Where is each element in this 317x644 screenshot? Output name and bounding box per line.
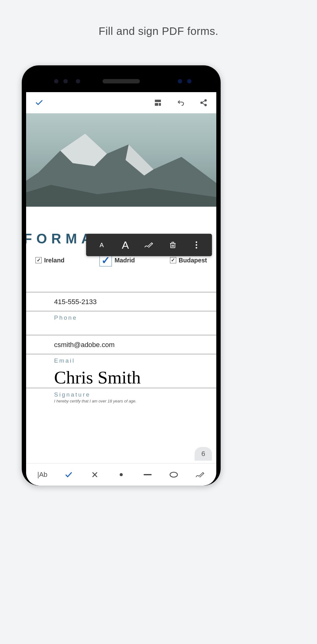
dot-tool-icon[interactable] [115, 472, 127, 477]
checkbox-budapest[interactable]: ✓ Budapest [170, 257, 207, 264]
cross-tool-icon[interactable] [89, 471, 101, 478]
checkbox-label: Madrid [114, 257, 135, 264]
hero-image [26, 113, 216, 207]
phone-notch [26, 70, 216, 92]
phone-frame: FORMATION A A [22, 65, 221, 486]
app-screen: FORMATION A A [26, 92, 216, 486]
svg-point-20 [195, 247, 197, 249]
checkbox-label: Ireland [44, 257, 65, 264]
checkbox-icon: ✓ [170, 257, 176, 263]
email-field[interactable]: csmith@adobe.com [26, 335, 216, 354]
delete-icon[interactable] [166, 241, 180, 249]
more-icon[interactable] [190, 241, 203, 249]
annotation-toolbar: A A [86, 234, 212, 256]
svg-point-25 [170, 472, 177, 477]
top-toolbar [26, 92, 216, 113]
svg-rect-17 [172, 242, 174, 243]
form-fields: 415-555-2133 Phone csmith@adobe.com Emai… [26, 292, 216, 403]
share-icon[interactable] [200, 99, 208, 107]
email-label: Email [26, 354, 216, 364]
undo-icon[interactable] [176, 99, 186, 107]
dash-tool-icon[interactable] [141, 474, 154, 476]
page-number-badge[interactable]: 6 [195, 447, 212, 461]
sign-tool-icon[interactable] [194, 471, 206, 478]
email-value: csmith@adobe.com [26, 335, 216, 354]
phone-label: Phone [26, 311, 216, 321]
phone-field[interactable]: 415-555-2133 [26, 292, 216, 311]
svg-rect-2 [159, 103, 161, 106]
signature-label: Signature [26, 388, 216, 398]
circle-tool-icon[interactable] [168, 472, 180, 478]
checkbox-label: Budapest [179, 257, 207, 264]
font-large-button[interactable]: A [118, 239, 132, 251]
done-check-icon[interactable] [35, 98, 44, 107]
checkbox-ireland[interactable]: ✓ Ireland [35, 257, 65, 264]
certify-text: I hereby certify that I am over 18 years… [26, 398, 216, 403]
svg-point-18 [195, 242, 197, 243]
text-tool-button[interactable]: |Ab [36, 471, 48, 479]
svg-point-23 [120, 473, 123, 476]
svg-line-7 [202, 103, 205, 105]
bottom-toolbar: |Ab [26, 463, 216, 486]
signature-pen-icon[interactable] [142, 242, 156, 248]
phone-inner: FORMATION A A [26, 70, 216, 486]
svg-rect-24 [144, 474, 152, 475]
svg-rect-0 [155, 100, 161, 102]
font-small-button[interactable]: A [95, 242, 108, 249]
svg-point-19 [195, 244, 197, 246]
caption-text: Fill and sign PDF forms. [0, 0, 317, 37]
svg-rect-1 [155, 103, 158, 106]
phone-value: 415-555-2133 [26, 292, 216, 311]
document-split-icon[interactable] [154, 99, 162, 107]
svg-line-6 [202, 101, 205, 102]
check-tool-icon[interactable] [62, 471, 75, 479]
signature-value[interactable]: Chris Smith [26, 364, 216, 388]
form-body: FORMATION A A [26, 207, 216, 486]
checkbox-icon: ✓ [35, 257, 42, 263]
